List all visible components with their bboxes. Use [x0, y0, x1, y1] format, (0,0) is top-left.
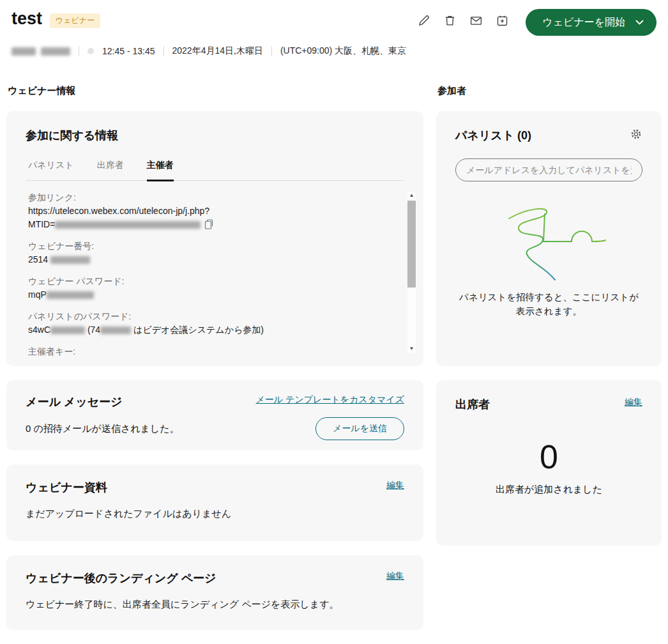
materials-edit-link[interactable]: 編集	[386, 480, 404, 491]
panelist-password-label: パネリストのパスワード:	[28, 310, 383, 323]
start-webinar-label: ウェビナーを開始	[542, 16, 625, 29]
webinar-number-value: 2514	[28, 253, 383, 266]
divider	[163, 46, 164, 56]
participants-column: 参加者 パネリスト (0)	[436, 85, 662, 546]
landing-edit-link[interactable]: 編集	[386, 571, 404, 582]
add-to-calendar-icon[interactable]	[496, 14, 509, 27]
join-info-tabs: パネリスト 出席者 主催者	[26, 160, 404, 181]
email-status-text: 0 の招待メールが送信されました。	[26, 423, 179, 435]
delete-icon[interactable]	[443, 14, 457, 27]
section-title-participants: 参加者	[437, 85, 662, 97]
divider	[79, 46, 79, 56]
landing-description: ウェビナー終了時に、出席者全員にランディング ページを表示します。	[26, 599, 404, 611]
scroll-up-icon[interactable]: ▲	[409, 192, 414, 199]
timezone: (UTC+09:00) 大阪、札幌、東京	[280, 45, 406, 57]
webinar-info-column: ウェビナー情報 参加に関する情報 パネリスト 出席者 主催者 参加リンク: ht…	[6, 85, 423, 630]
copy-icon[interactable]	[204, 219, 213, 229]
email-message-card: メール メッセージ メール テンプレートをカスタマイズ 0 の招待メールが送信さ…	[6, 380, 423, 450]
tab-host[interactable]: 主催者	[147, 160, 174, 181]
chevron-down-icon	[635, 20, 644, 25]
attendee-count-caption: 出席者が追加されました	[455, 484, 642, 496]
start-webinar-button[interactable]: ウェビナーを開始	[526, 9, 657, 36]
webinar-password-prefix: mqP	[28, 289, 47, 300]
webinar-materials-card: ウェビナー資料 編集 まだアップロードされたファイルはありません	[6, 464, 423, 541]
panelist-videopw-redacted	[100, 326, 131, 334]
join-link-mtid-line: MTID=	[28, 218, 383, 231]
date: 2022年4月14日,木曜日	[172, 45, 263, 57]
webinar-password-label: ウェビナー パスワード:	[28, 275, 383, 288]
scroll-down-icon[interactable]: ▼	[409, 345, 414, 353]
host-key-label: 主催者キー:	[28, 345, 383, 358]
mtid-prefix: MTID=	[28, 219, 55, 229]
webinar-number-prefix: 2514	[28, 254, 48, 264]
empty-panelist-illustration	[476, 197, 623, 285]
join-info-content: 参加リンク: https://utelecon.webex.com/utelec…	[26, 191, 404, 358]
send-email-button[interactable]: メールを送信	[315, 417, 404, 440]
tab-attendee[interactable]: 出席者	[97, 160, 124, 181]
edit-icon[interactable]	[417, 14, 430, 27]
divider	[271, 46, 272, 56]
time-range: 12:45 - 13:45	[102, 46, 155, 56]
page-header: test ウェビナー ウェビナーを開始 12	[0, 0, 668, 57]
scrollbar: ▲ ▼	[407, 192, 416, 353]
join-info-title: 参加に関する情報	[26, 128, 404, 143]
join-info-card: 参加に関する情報 パネリスト 出席者 主催者 参加リンク: https://ut…	[6, 111, 423, 366]
status-dot-icon	[87, 48, 94, 54]
email-card-title: メール メッセージ	[26, 394, 123, 410]
section-title-webinar-info: ウェビナー情報	[8, 85, 423, 97]
panelist-password-redacted	[50, 326, 85, 334]
header-actions	[417, 14, 509, 27]
attendee-count: 0	[455, 440, 642, 473]
page-title: test	[11, 9, 42, 29]
attendees-edit-link[interactable]: 編集	[625, 397, 642, 408]
webinar-number-label: ウェビナー番号:	[28, 240, 383, 253]
join-link-label: 参加リンク:	[28, 191, 383, 204]
post-webinar-landing-card: ウェビナー後のランディング ページ 編集 ウェビナー終了時に、出席者全員にランデ…	[6, 555, 423, 630]
panelist-password-value: s4wC (74 はビデオ会議システムから参加)	[28, 323, 383, 337]
host-name-redacted	[11, 47, 70, 56]
landing-card-title: ウェビナー後のランディング ページ	[26, 571, 216, 586]
panelist-card-title: パネリスト (0)	[455, 128, 531, 143]
gear-icon[interactable]	[630, 128, 642, 141]
webinar-badge: ウェビナー	[50, 13, 100, 28]
mtid-redacted	[55, 221, 201, 229]
add-panelist-input[interactable]	[455, 158, 642, 181]
scrollbar-thumb[interactable]	[407, 201, 416, 288]
tab-panelist[interactable]: パネリスト	[28, 160, 74, 181]
panelist-password-mid: (74	[87, 325, 100, 335]
panelist-card: パネリスト (0)	[436, 111, 662, 366]
panelist-password-suffix: はビデオ会議システムから参加)	[133, 325, 264, 335]
mail-icon[interactable]	[469, 14, 483, 27]
materials-card-title: ウェビナー資料	[26, 480, 107, 495]
panelist-empty-text: パネリストを招待すると、ここにリストが表示されます。	[455, 290, 642, 319]
join-link-url: https://utelecon.webex.com/utelecon-jp/j…	[28, 204, 383, 218]
webinar-number-redacted	[50, 256, 90, 264]
attendees-card: 出席者 編集 0 出席者が追加されました	[436, 380, 662, 546]
webinar-password-redacted	[47, 291, 94, 299]
webinar-password-value: mqP	[28, 288, 383, 302]
customize-email-template-link[interactable]: メール テンプレートをカスタマイズ	[256, 394, 404, 406]
panelist-password-prefix: s4wC	[28, 325, 50, 335]
attendees-card-title: 出席者	[455, 397, 490, 412]
materials-empty-text: まだアップロードされたファイルはありません	[26, 508, 404, 520]
